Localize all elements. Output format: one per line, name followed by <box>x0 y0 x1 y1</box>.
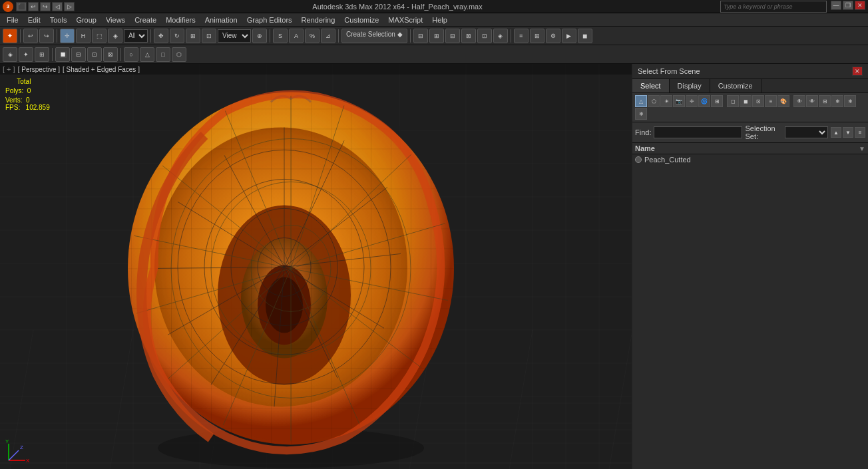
tb-icon4[interactable]: ◁ <box>52 2 63 11</box>
t2-btn5[interactable]: ⊟ <box>71 47 86 62</box>
render-setup-btn[interactable]: ⚙ <box>546 29 560 43</box>
menu-animation[interactable]: Animation <box>201 15 242 25</box>
tab-customize[interactable]: Customize <box>710 79 761 92</box>
snap-btn[interactable]: S <box>273 29 288 43</box>
menu-modifiers[interactable]: Modifiers <box>162 15 200 25</box>
close-btn[interactable]: ✕ <box>855 1 865 10</box>
t2-btn3[interactable]: ⊞ <box>35 47 49 62</box>
align-btn[interactable]: ⊞ <box>429 29 444 43</box>
scale-btn[interactable]: ⊞ <box>186 29 200 43</box>
item-name: Peach_Cutted <box>644 156 691 164</box>
menu-customize[interactable]: Customize <box>340 15 383 25</box>
select-by-color-btn[interactable]: 🎨 <box>777 95 789 107</box>
select-none-btn[interactable]: ◻ <box>727 95 739 107</box>
menu-create[interactable]: Create <box>130 15 160 25</box>
filter-geometry-btn[interactable]: △ <box>635 95 647 107</box>
display-inv-btn[interactable]: ⊟ <box>819 95 831 107</box>
layers-btn[interactable]: ≡ <box>514 29 529 43</box>
filter-shapes-btn[interactable]: ⬠ <box>648 95 660 107</box>
scene-explorer-btn[interactable]: ⊞ <box>530 29 544 43</box>
panel-list-view[interactable]: ≡ <box>855 127 865 138</box>
move-btn[interactable]: ✥ <box>154 29 168 43</box>
panel-close-btn[interactable]: ✕ <box>852 67 863 76</box>
list-item[interactable]: Peach_Cutted <box>632 154 868 165</box>
find-input[interactable] <box>654 126 742 138</box>
rect-select-btn[interactable]: ⬚ <box>92 29 107 43</box>
display-none-btn[interactable]: 👁 <box>793 95 805 107</box>
tb-icon2[interactable]: ↩ <box>28 2 39 11</box>
select-btn[interactable]: ✛ <box>60 29 75 43</box>
object-list[interactable]: Peach_Cutted <box>632 154 868 469</box>
minimize-btn[interactable]: — <box>831 1 841 10</box>
filter-helpers-btn[interactable]: ✛ <box>686 95 698 107</box>
panel-scroll-up[interactable]: ▲ <box>831 127 841 138</box>
pivot-btn[interactable]: ⊕ <box>252 29 267 43</box>
select-filter-dropdown[interactable]: All <box>124 29 148 43</box>
menu-tools[interactable]: Tools <box>46 15 71 25</box>
redo-btn[interactable]: ↪ <box>39 29 54 43</box>
home-btn[interactable]: ✦ <box>3 29 17 43</box>
t2-btn1[interactable]: ◈ <box>3 47 17 62</box>
create-selection-btn[interactable]: Create Selection ◆ <box>341 29 407 43</box>
percentsnap-btn[interactable]: % <box>305 29 320 43</box>
panel-scroll-down[interactable]: ▼ <box>843 127 853 138</box>
coord-dropdown[interactable]: View <box>218 29 251 43</box>
align-view-btn[interactable]: ⊟ <box>445 29 460 43</box>
menu-file[interactable]: File <box>3 15 23 25</box>
mirror-btn[interactable]: ⊟ <box>413 29 428 43</box>
select-inv-btn[interactable]: ⊡ <box>752 95 764 107</box>
menu-edit[interactable]: Edit <box>24 15 45 25</box>
name-column-header: Name <box>635 144 655 152</box>
filter-all-btn[interactable]: ⊞ <box>711 95 723 107</box>
render-frame-btn[interactable]: ◼ <box>578 29 592 43</box>
svg-line-28 <box>0 330 33 469</box>
tab-display[interactable]: Display <box>670 79 710 92</box>
refcoord-btn[interactable]: ⊡ <box>202 29 216 43</box>
freeze-inv-btn[interactable]: ❄ <box>635 108 647 120</box>
select-all-btn[interactable]: ◼ <box>740 95 752 107</box>
freeze-all-btn[interactable]: ❄ <box>844 95 856 107</box>
menu-help[interactable]: Help <box>428 15 451 25</box>
sep7 <box>511 29 511 43</box>
select-by-layer-btn[interactable]: ≡ <box>765 95 777 107</box>
anglesnap-btn[interactable]: A <box>289 29 304 43</box>
restore-btn[interactable]: ❐ <box>843 1 853 10</box>
sort-icon[interactable]: ▼ <box>859 145 865 152</box>
selset-dropdown[interactable] <box>785 126 828 138</box>
menu-group[interactable]: Group <box>72 15 101 25</box>
filter-lights-btn[interactable]: ☀ <box>660 95 672 107</box>
tb-icon5[interactable]: ▷ <box>64 2 75 11</box>
place-highlight-btn[interactable]: ⊡ <box>477 29 492 43</box>
t2-btn4[interactable]: 🔲 <box>55 47 70 62</box>
t2-btn11[interactable]: ⬡ <box>172 47 186 62</box>
select-name-btn[interactable]: H <box>76 29 91 43</box>
filter-cameras-btn[interactable]: 📷 <box>673 95 685 107</box>
align-normal-btn[interactable]: ⊠ <box>461 29 476 43</box>
tb-icon1[interactable]: ⬛ <box>16 2 27 11</box>
rotate-btn[interactable]: ↻ <box>170 29 184 43</box>
find-label: Find: <box>635 128 651 136</box>
menu-views[interactable]: Views <box>102 15 129 25</box>
filter-spacewarps-btn[interactable]: 🌀 <box>698 95 710 107</box>
app-logo: 3 <box>3 1 13 12</box>
tab-select[interactable]: Select <box>632 79 670 92</box>
window-crossing-btn[interactable]: ◈ <box>108 29 122 43</box>
spinner-snap-btn[interactable]: ⊿ <box>321 29 335 43</box>
align-camera-btn[interactable]: ◈ <box>493 29 508 43</box>
t2-btn10[interactable]: □ <box>156 47 170 62</box>
render-btn[interactable]: ▶ <box>562 29 576 43</box>
t2-btn6[interactable]: ⊡ <box>87 47 102 62</box>
item-icon <box>635 156 642 163</box>
undo-btn[interactable]: ↩ <box>23 29 38 43</box>
t2-btn9[interactable]: △ <box>140 47 154 62</box>
menu-maxscript[interactable]: MAXScript <box>384 15 427 25</box>
t2-btn2[interactable]: ✦ <box>19 47 33 62</box>
viewport[interactable]: [ + ] [ Perspective ] [ Shaded + Edged F… <box>0 64 632 469</box>
menu-rendering[interactable]: Rendering <box>298 15 339 25</box>
t2-btn7[interactable]: ⊠ <box>103 47 118 62</box>
t2-btn8[interactable]: ○ <box>124 47 138 62</box>
freeze-none-btn[interactable]: ❄ <box>831 95 843 107</box>
menu-graph-editors[interactable]: Graph Editors <box>243 15 296 25</box>
tb-icon3[interactable]: ↪ <box>40 2 51 11</box>
display-all-btn[interactable]: 👁 <box>806 95 818 107</box>
